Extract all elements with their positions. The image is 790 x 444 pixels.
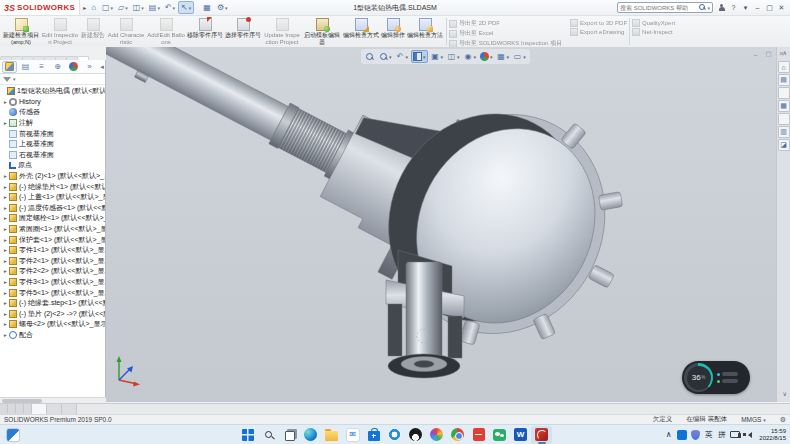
gland-cylinder[interactable] <box>406 262 442 362</box>
options-button[interactable]: ⚙▾ <box>215 2 230 13</box>
model-3d-view[interactable] <box>106 47 776 402</box>
help-button[interactable]: ? <box>728 2 739 14</box>
expand-arrow-icon[interactable]: ▸ <box>2 237 9 243</box>
search-dropdown-icon[interactable]: ▾ <box>707 5 710 11</box>
filter-funnel-icon[interactable] <box>3 77 11 82</box>
expand-arrow-icon[interactable]: ▸ <box>2 194 9 200</box>
expand-arrow-icon[interactable]: ▸ <box>2 215 9 221</box>
ribbon-button[interactable]: 新建报告 <box>80 17 106 46</box>
print-button[interactable]: ▤▾ <box>147 2 162 13</box>
tree-item[interactable]: ▸ (-) 垫片 (2)<2> ->? (默认<<默认> <box>0 308 105 319</box>
ribbon-button[interactable]: Add Characteristic <box>106 17 146 46</box>
previous-view-button[interactable]: ↶▾ <box>395 51 410 62</box>
tab-inspection[interactable] <box>77 56 89 60</box>
displaymanager-tab[interactable] <box>66 61 81 73</box>
word-icon[interactable]: W <box>510 426 531 444</box>
home-button[interactable]: ⌂ <box>89 2 99 13</box>
start-button[interactable] <box>237 426 258 444</box>
tab-motion-study[interactable] <box>62 404 77 414</box>
ribbon-export-item[interactable]: Net-Inspect <box>632 28 675 36</box>
doc-restore-button[interactable]: ▢ <box>764 48 773 60</box>
view-orientation-button[interactable]: ▣▾ <box>430 51 445 62</box>
expand-arrow-icon[interactable]: ▸ <box>2 290 9 296</box>
section-view-button[interactable]: ▾ <box>411 50 428 63</box>
tree-item[interactable]: ▸ (-) 绝缘套.step<1> (默认<<默认> <box>0 298 105 309</box>
tree-item[interactable]: ▸ 外壳 (2)<1> (默认<<默认>_显示状 <box>0 171 105 182</box>
widget-button-top[interactable] <box>722 372 738 376</box>
expand-arrow-icon[interactable]: ▸ <box>2 332 9 338</box>
view-palette-tab[interactable]: ▦ <box>778 100 790 112</box>
tree-item[interactable]: 传感器 <box>0 107 105 118</box>
expand-arrow-icon[interactable]: ▸ <box>2 120 9 126</box>
ribbon-button[interactable]: 编辑检查方式 <box>342 17 380 46</box>
tree-root-assembly[interactable]: 1型铠装铂热电偶 (默认<默认_显示状态-1 <box>0 86 105 97</box>
view-settings-button[interactable]: ▭▾ <box>512 51 527 62</box>
tree-item[interactable]: 原点 <box>0 160 105 171</box>
ribbon-button[interactable]: 启动模板编辑器 <box>302 17 342 46</box>
tab-3d-views[interactable] <box>47 404 62 414</box>
open-button[interactable]: ▱▾ <box>116 2 130 13</box>
solidworks-logo[interactable]: 3S SOLIDWORKS <box>0 0 80 15</box>
tray-app-icon[interactable] <box>677 428 687 442</box>
panel-collapse-arrow[interactable]: ◂ <box>98 62 106 72</box>
undo-button[interactable]: ↶▾ <box>163 2 177 13</box>
panel-overflow-icon[interactable]: » <box>82 61 97 73</box>
tree-item[interactable]: ▸ History <box>0 97 105 108</box>
tree-filter-bar[interactable]: ▾ <box>0 74 105 85</box>
ribbon-button[interactable]: 编辑操作 <box>380 17 406 46</box>
expand-arrow-icon[interactable]: ▸ <box>2 99 9 105</box>
phone-link-icon[interactable] <box>730 428 740 442</box>
tray-expand-icon[interactable]: ∧ <box>664 428 673 442</box>
ribbon-export-item[interactable]: Export to 3D PDF <box>570 19 627 27</box>
display-style-button[interactable]: ◫▾ <box>446 51 461 62</box>
tree-item[interactable]: 右视基准面 <box>0 150 105 161</box>
tree-item[interactable]: ▸ 保护套<1> (默认<<默认>_显示状 <box>0 234 105 245</box>
help-dropdown-icon[interactable]: ▾ <box>740 2 751 14</box>
filter-dropdown-icon[interactable]: ▾ <box>13 76 16 82</box>
taskbar-clock[interactable]: 15:59 2022/8/15 <box>759 428 786 442</box>
expand-arrow-icon[interactable]: ▸ <box>2 205 9 211</box>
tree-item[interactable]: ▸ 零件1<1> (默认<<默认>_显示状态 <box>0 245 105 256</box>
save-button[interactable]: ◫▾ <box>131 2 146 13</box>
featuremanager-tree-tab[interactable] <box>2 61 17 73</box>
zoom-to-fit-button[interactable] <box>364 51 376 62</box>
tree-item[interactable]: ▸ 零件2<2> (默认<<默认>_显示状态 <box>0 266 105 277</box>
tree-item[interactable]: 前视基准面 <box>0 128 105 139</box>
doc-minimize-button[interactable]: – <box>751 48 760 60</box>
appearances-scenes-tab[interactable] <box>778 113 790 125</box>
chrome-icon[interactable] <box>447 426 468 444</box>
zoom-to-area-button[interactable]: ▾ <box>378 51 393 62</box>
ribbon-button[interactable]: 移除零件序号 <box>186 17 224 46</box>
expand-arrow-icon[interactable]: ▸ <box>2 226 9 232</box>
graphics-viewport[interactable]: ▾↶▾▾▣▾◫▾◉▾▾▦▾▭▾ 36% <box>106 47 776 402</box>
ribbon-export-item[interactable]: 导出至 2D PDF <box>449 19 562 28</box>
tree-item[interactable]: ▸ 紧固圈<1> (默认<<默认>_显示状 <box>0 224 105 235</box>
ribbon-button[interactable]: Update Inspection Project <box>262 17 302 46</box>
tree-item[interactable]: 上视基准面 <box>0 139 105 150</box>
apply-scene-button[interactable]: ▦▾ <box>496 51 511 62</box>
close-button[interactable]: ✕ <box>776 2 787 14</box>
tree-item[interactable]: ▸ 零件2<1> (默认<<默认>_显示状态 <box>0 256 105 267</box>
hide-show-items-button[interactable]: ◉▾ <box>463 51 478 62</box>
edit-appearance-button[interactable]: ▾ <box>479 51 494 62</box>
tree-item[interactable]: ▸ 零件3<1> (默认<<默认>_显示状态 <box>0 277 105 288</box>
status-options-gear-icon[interactable]: ⚙ <box>780 416 786 424</box>
security-shield-icon[interactable] <box>691 428 700 442</box>
search-button[interactable] <box>258 426 279 444</box>
tree-item[interactable]: ▸ 配合 <box>0 330 105 341</box>
rebuild-button[interactable] <box>195 7 200 9</box>
tree-item[interactable]: ▸ 固定螺栓<1> (默认<<默认>_显示 <box>0 213 105 224</box>
tree-item[interactable]: ▸ 零件5<1> (默认<<默认>_显示状态 <box>0 287 105 298</box>
display-button[interactable]: ▦ <box>201 2 214 13</box>
taskpane-scroll-down-icon[interactable]: ∨ <box>783 390 787 397</box>
ribbon-button[interactable]: 新建检查项目 (amp;N) <box>2 17 40 46</box>
expand-arrow-icon[interactable]: ▸ <box>2 268 9 274</box>
expand-arrow-icon[interactable]: ▸ <box>2 184 9 190</box>
propertymanager-tab[interactable]: ▤ <box>18 61 33 73</box>
tab-scroll-arrow[interactable] <box>0 404 8 414</box>
restore-button[interactable]: ▢ <box>764 2 775 14</box>
minimize-button[interactable]: – <box>752 2 763 14</box>
doc-close-button[interactable]: ✕ <box>777 48 786 60</box>
widgets-icon[interactable] <box>6 428 20 442</box>
mail-icon[interactable]: ✉ <box>342 426 363 444</box>
